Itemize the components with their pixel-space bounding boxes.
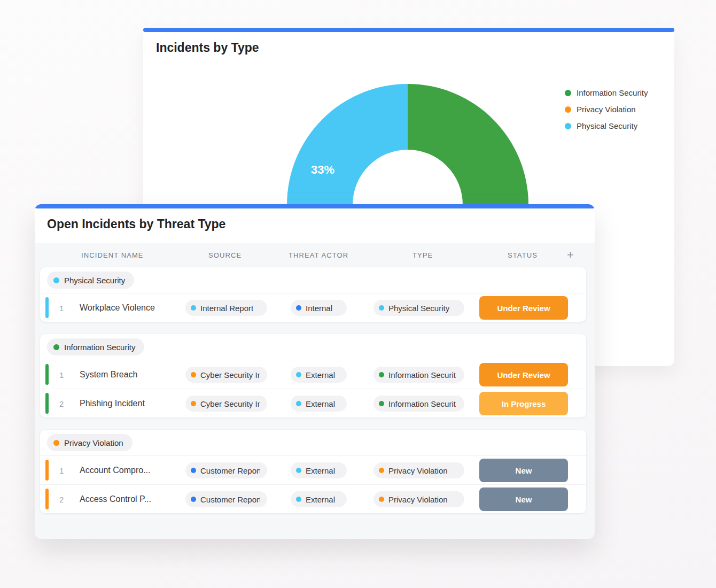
type-dot-icon xyxy=(379,401,384,406)
column-header-incident-name[interactable]: INCIDENT NAME xyxy=(81,251,144,259)
source-label: Customer Report xyxy=(200,466,260,475)
group-physical-security: Physical Security 1 Workplace Violence I… xyxy=(40,267,586,322)
source-dot-icon xyxy=(191,468,196,473)
card-accent-bar xyxy=(143,28,674,32)
group-label: Information Security xyxy=(64,343,135,352)
row-accent-bar xyxy=(45,393,49,414)
table-row[interactable]: 2 Phishing Incident Cyber Security In Ex… xyxy=(40,389,586,417)
threat-actor-label: External xyxy=(306,399,335,408)
add-column-button[interactable]: + xyxy=(567,249,574,261)
source-pill[interactable]: Internal Report xyxy=(185,300,267,316)
type-pill[interactable]: Physical Security xyxy=(373,300,464,316)
group-chip[interactable]: Physical Security xyxy=(47,272,134,289)
column-header-threat-actor[interactable]: THREAT ACTOR xyxy=(289,251,348,259)
status-button[interactable]: New xyxy=(479,488,568,511)
status-button[interactable]: Under Review xyxy=(479,363,568,386)
threat-actor-pill[interactable]: External xyxy=(291,396,347,412)
threat-actor-pill[interactable]: External xyxy=(291,367,347,383)
table-body: INCIDENT NAME SOURCE THREAT ACTOR TYPE S… xyxy=(35,243,595,539)
group-label: Privacy Violation xyxy=(64,438,123,447)
source-pill[interactable]: Customer Report xyxy=(185,491,267,507)
row-number: 2 xyxy=(59,399,64,408)
legend-item-information-security[interactable]: Information Security xyxy=(565,84,648,101)
incident-name[interactable]: Access Control P... xyxy=(80,494,151,504)
row-number: 1 xyxy=(59,466,64,475)
row-accent-bar xyxy=(45,297,49,318)
threat-actor-pill[interactable]: External xyxy=(291,491,347,507)
legend-dot-icon xyxy=(565,90,571,96)
threat-actor-label: External xyxy=(306,495,335,504)
threat-actor-pill[interactable]: Internal xyxy=(291,300,347,316)
source-label: Internal Report xyxy=(200,304,253,313)
threat-actor-dot-icon xyxy=(296,497,301,502)
threat-actor-label: External xyxy=(306,466,335,475)
threat-actor-pill[interactable]: External xyxy=(291,462,347,478)
source-dot-icon xyxy=(191,497,196,502)
row-accent-bar xyxy=(45,489,49,509)
incident-name[interactable]: System Breach xyxy=(80,370,137,380)
type-dot-icon xyxy=(379,305,384,311)
row-number: 1 xyxy=(59,303,64,312)
source-pill[interactable]: Cyber Security In xyxy=(185,396,267,412)
legend-label: Privacy Violation xyxy=(577,105,636,114)
type-pill[interactable]: Information Securit xyxy=(373,367,464,383)
chart-card-title: Incidents by Type xyxy=(156,41,259,55)
open-incidents-card: Open Incidents by Threat Type INCIDENT N… xyxy=(35,204,595,539)
legend-item-privacy-violation[interactable]: Privacy Violation xyxy=(565,101,648,118)
threat-actor-dot-icon xyxy=(296,401,301,406)
threat-actor-dot-icon xyxy=(296,305,301,311)
type-dot-icon xyxy=(379,372,384,377)
group-label: Physical Security xyxy=(64,276,125,285)
donut-percent-label: 33% xyxy=(303,163,342,177)
type-label: Information Securit xyxy=(388,399,456,408)
status-button[interactable]: In Progress xyxy=(479,392,568,415)
status-button[interactable]: New xyxy=(479,459,568,482)
source-label: Cyber Security In xyxy=(200,370,260,380)
legend-dot-icon xyxy=(565,106,571,113)
table-row[interactable]: 2 Access Control P... Customer Report Ex… xyxy=(40,484,586,513)
status-button[interactable]: Under Review xyxy=(479,296,568,320)
card-accent-bar xyxy=(35,204,595,208)
group-chip[interactable]: Information Security xyxy=(47,338,144,355)
row-number: 1 xyxy=(59,370,64,379)
column-header-status[interactable]: STATUS xyxy=(508,251,538,259)
source-pill[interactable]: Customer Report xyxy=(185,462,267,478)
row-accent-bar xyxy=(45,460,49,481)
incident-name[interactable]: Workplace Violence xyxy=(80,303,155,313)
table-row[interactable]: 1 System Breach Cyber Security In Extern… xyxy=(40,360,586,389)
group-dot-icon xyxy=(53,277,59,283)
column-header-type[interactable]: TYPE xyxy=(413,251,433,259)
type-label: Privacy Violation xyxy=(388,495,448,504)
legend-label: Physical Security xyxy=(577,121,637,130)
type-dot-icon xyxy=(379,468,384,473)
chart-legend: Information Security Privacy Violation P… xyxy=(565,84,648,134)
row-accent-bar xyxy=(45,364,49,385)
type-pill[interactable]: Information Securit xyxy=(373,396,464,412)
type-label: Physical Security xyxy=(388,304,449,313)
type-pill[interactable]: Privacy Violation xyxy=(373,491,464,507)
legend-dot-icon xyxy=(565,123,571,129)
table-row[interactable]: 1 Account Compro... Customer Report Exte… xyxy=(40,455,586,484)
group-dot-icon xyxy=(53,440,59,446)
row-number: 2 xyxy=(59,494,64,504)
type-label: Privacy Violation xyxy=(388,466,448,475)
type-dot-icon xyxy=(379,497,384,502)
table-row[interactable]: 1 Workplace Violence Internal Report Int… xyxy=(40,293,586,322)
threat-actor-dot-icon xyxy=(296,468,301,473)
source-label: Cyber Security In xyxy=(200,399,260,408)
group-chip[interactable]: Privacy Violation xyxy=(47,434,133,451)
source-pill[interactable]: Cyber Security In xyxy=(185,367,267,383)
type-pill[interactable]: Privacy Violation xyxy=(373,462,464,478)
group-dot-icon xyxy=(53,344,59,350)
threat-actor-label: Internal xyxy=(306,304,332,313)
incident-name[interactable]: Account Compro... xyxy=(80,466,151,475)
legend-item-physical-security[interactable]: Physical Security xyxy=(565,118,648,134)
incident-name[interactable]: Phishing Incident xyxy=(80,399,145,408)
group-information-security: Information Security 1 System Breach Cyb… xyxy=(40,334,586,417)
table-header-row: INCIDENT NAME SOURCE THREAT ACTOR TYPE S… xyxy=(35,243,595,267)
column-header-source[interactable]: SOURCE xyxy=(208,251,242,259)
group-chip-row: Privacy Violation xyxy=(40,430,586,455)
group-chip-row: Physical Security xyxy=(40,267,586,293)
group-privacy-violation: Privacy Violation 1 Account Compro... Cu… xyxy=(40,430,586,513)
type-label: Information Securit xyxy=(388,370,456,380)
